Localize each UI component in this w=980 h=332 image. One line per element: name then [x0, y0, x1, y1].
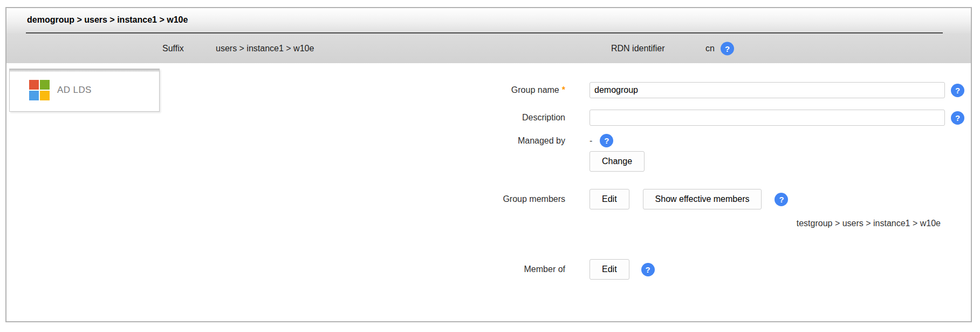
group-name-help-icon[interactable]: ? [951, 84, 964, 97]
ms-logo-blue-square [29, 91, 39, 100]
ms-logo-red-square [29, 80, 39, 90]
group-members-help-icon[interactable]: ? [775, 193, 788, 206]
ms-logo-green-square [40, 80, 50, 90]
suffix-bar: Suffix users > instance1 > w10e RDN iden… [6, 33, 971, 63]
tab-body: AD LDS [10, 72, 159, 108]
member-of-actions: Edit ? [590, 259, 655, 280]
rdn-help-icon[interactable]: ? [721, 42, 734, 55]
app-window: demogroup > users > instance1 > w10e Suf… [5, 7, 972, 322]
managed-by-current-value: - [590, 136, 592, 146]
group-members-edit-button[interactable]: Edit [590, 189, 629, 209]
member-of-row: Member of Edit ? [6, 259, 971, 280]
description-row: Description ? [6, 110, 971, 126]
managed-by-help-icon[interactable]: ? [600, 134, 613, 147]
managed-by-label: Managed by [6, 136, 565, 146]
description-value: ? [590, 110, 964, 126]
required-marker: * [562, 85, 565, 94]
change-button[interactable]: Change [590, 151, 645, 172]
breadcrumb: demogroup > users > instance1 > w10e [27, 15, 188, 25]
member-of-edit-button[interactable]: Edit [590, 259, 629, 280]
group-name-input[interactable] [590, 82, 945, 98]
group-members-label: Group members [6, 194, 565, 204]
suffix-value: users > instance1 > w10e [216, 44, 314, 53]
managed-by-value: - ? [590, 134, 613, 147]
description-help-icon[interactable]: ? [951, 111, 964, 125]
show-effective-members-button[interactable]: Show effective members [643, 189, 762, 209]
group-name-value: ? [590, 82, 964, 98]
microsoft-logo-icon [29, 80, 50, 100]
suffix-label: Suffix [162, 44, 184, 53]
managed-by-change-row: Change [590, 151, 971, 172]
description-input[interactable] [590, 110, 945, 126]
header: demogroup > users > instance1 > w10e [6, 8, 971, 33]
member-of-label: Member of [6, 265, 565, 274]
group-members-row: Group members Edit Show effective member… [6, 189, 971, 209]
description-label: Description [6, 113, 565, 123]
rdn-identifier-label: RDN identifier [611, 44, 665, 53]
tab-ad-lds[interactable]: AD LDS [9, 69, 160, 112]
main-content: AD LDS Group name* ? Description ? [6, 63, 971, 321]
ms-logo-yellow-square [40, 91, 50, 100]
group-member-path: testgroup > users > instance1 > w10e [6, 219, 945, 228]
tab-ad-lds-label: AD LDS [57, 85, 92, 96]
managed-by-row: Managed by - ? [6, 134, 971, 147]
member-of-help-icon[interactable]: ? [641, 263, 655, 276]
group-members-actions: Edit Show effective members ? [590, 189, 788, 209]
rdn-identifier-value: cn [705, 44, 715, 53]
